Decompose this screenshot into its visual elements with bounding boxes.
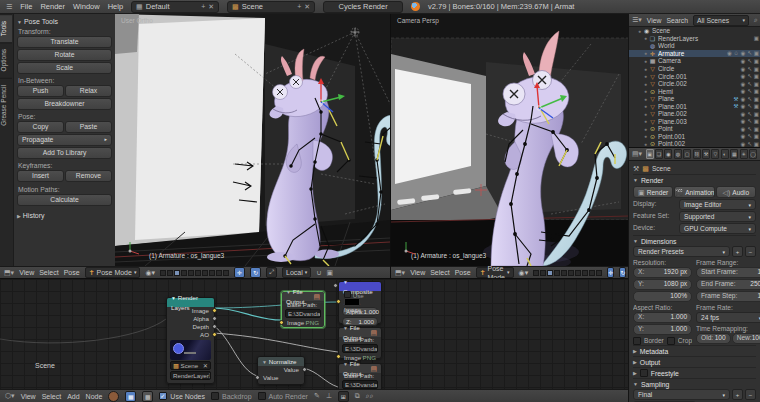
select-arrow-icon[interactable]: ↖ <box>747 81 752 87</box>
snap-magnet-icon[interactable]: ∪ <box>316 269 321 277</box>
select-arrow-icon[interactable]: ↖ <box>747 96 752 102</box>
editor-type-icon[interactable]: ⬒▾ <box>4 269 14 277</box>
push-button[interactable]: Push <box>17 85 64 97</box>
freestyle-checkbox[interactable] <box>640 369 648 377</box>
render-restrict-icon[interactable]: ▣ <box>754 111 759 117</box>
tab-material-icon[interactable]: ◐ <box>721 149 729 159</box>
use-nodes-toggle[interactable]: Use Nodes <box>159 392 205 400</box>
auto-render-checkbox[interactable] <box>258 392 266 400</box>
eye-icon[interactable]: ◉ <box>740 88 745 94</box>
rotate-button[interactable]: Rotate <box>17 49 112 61</box>
render-restrict-icon[interactable]: ▣ <box>754 88 759 94</box>
editor-type-icon[interactable]: ▤▾ <box>632 150 642 158</box>
scene-selector[interactable]: ▩ Scene + ✕ <box>227 1 315 13</box>
pin-icon[interactable]: ⊥ <box>326 392 332 400</box>
output-panel-header[interactable]: ▶Output <box>633 356 756 367</box>
base-path-field[interactable]: E:\3Dvandalh...🗀 <box>285 309 321 318</box>
node-select-menu[interactable]: Select <box>42 393 61 400</box>
select-menu[interactable]: Select <box>39 269 58 276</box>
end-frame-field[interactable]: End Frame:250 <box>696 279 760 290</box>
outliner-scope-selector[interactable]: All Scenes▾ <box>693 15 749 26</box>
outliner-row-camera[interactable]: ●▦Camera◉↖▣ <box>629 57 760 65</box>
aspect-x-field[interactable]: X:1.000 <box>633 312 692 323</box>
backdrop-checkbox[interactable] <box>211 392 219 400</box>
aspect-y-field[interactable]: Y:1.000 <box>633 324 692 335</box>
compositing-nodes-icon[interactable]: ▦ <box>125 391 136 402</box>
resolution-y-field[interactable]: Y:1080 px <box>633 279 692 290</box>
select-arrow-icon[interactable]: ↖ <box>747 133 752 139</box>
snap-icon[interactable]: ⊞ <box>338 391 349 402</box>
menu-window[interactable]: Window <box>73 2 100 11</box>
crop-checkbox[interactable] <box>667 337 675 345</box>
sampling-preset-add-button[interactable]: + <box>732 389 743 400</box>
image-swatch[interactable] <box>344 298 360 306</box>
shading-sphere-icon[interactable]: ◉▾ <box>145 269 155 277</box>
blender-menu-icon[interactable]: ☰ <box>6 3 12 11</box>
render-restrict-icon[interactable]: ▣ <box>754 58 759 64</box>
shading-sphere-icon[interactable]: ◉▾ <box>519 269 529 277</box>
display-dropdown[interactable]: Image Editor▾ <box>679 199 756 210</box>
layers-widget[interactable] <box>533 270 602 276</box>
tab-render-layers-icon[interactable]: ❏ <box>655 149 663 159</box>
resolution-percentage-field[interactable]: 100% <box>633 291 692 302</box>
image-input-socket[interactable] <box>336 299 341 304</box>
node-add-menu[interactable]: Add <box>67 393 79 400</box>
menu-render[interactable]: Render <box>40 2 65 11</box>
outliner-row-scene[interactable]: ●◉Scene <box>629 27 760 35</box>
texture-nodes-icon[interactable]: ▩ <box>142 391 153 402</box>
outliner-row-plane001[interactable]: ●▽Plane.001⚒◉↖▣ <box>629 102 760 110</box>
orientation-selector[interactable]: Local▾ <box>282 267 311 278</box>
manipulator-rotate-icon[interactable]: ↻ <box>250 267 261 278</box>
mode-selector[interactable]: ✝ Pose Mode▾ <box>476 267 514 278</box>
freestyle-panel-header[interactable]: ▶Freestyle <box>633 367 756 378</box>
node-canvas[interactable]: ▼ Render Layers Image Alpha Depth AO ▩ S… <box>0 279 628 390</box>
filter-search-icon[interactable]: ⌕ <box>754 16 758 24</box>
zoom-icons[interactable]: ⌕⌕ <box>366 392 374 400</box>
outliner-row-hemi[interactable]: ●⊙Hemi◉↖▣ <box>629 87 760 95</box>
outliner-row-circle001[interactable]: ●▽Circle.001◉↖▣ <box>629 72 760 80</box>
z-input-socket[interactable] <box>333 283 338 288</box>
close-layout-icon[interactable]: ✕ <box>208 2 214 12</box>
start-frame-field[interactable]: Start Frame:1 <box>696 267 760 278</box>
pose-menu[interactable]: Pose <box>455 269 471 276</box>
screen-layout-selector[interactable]: ▦ Default + ✕ <box>131 1 219 13</box>
relax-button[interactable]: Relax <box>65 85 112 97</box>
pose-tools-title[interactable]: ▼ Pose Tools <box>17 18 112 25</box>
file-output-node-2[interactable]: ▼ File Output▤ Base Path: E:\3Dvandal\..… <box>338 327 382 359</box>
add-to-library-button[interactable]: Add To Library <box>17 147 112 159</box>
render-restrict-icon[interactable]: ▣ <box>754 133 759 139</box>
close-scene-icon[interactable]: ✕ <box>304 2 310 12</box>
render-button[interactable]: ▣Render <box>633 186 673 198</box>
eye-icon[interactable]: ◉ <box>740 118 745 124</box>
manipulator-scale-icon[interactable]: ⤢ <box>266 267 277 278</box>
manipulator-rotate-icon[interactable]: ↻ <box>619 267 626 278</box>
view-menu[interactable]: View <box>19 269 34 276</box>
outliner-row-plane003[interactable]: ●▽Plane.003◉↖▣ <box>629 118 760 126</box>
sampling-panel-header[interactable]: ▼Sampling <box>633 378 756 389</box>
ao-output-socket[interactable] <box>212 332 217 337</box>
shader-nodes-icon[interactable] <box>108 391 119 402</box>
render-restrict-icon[interactable]: ▣ <box>754 66 759 72</box>
sampling-preset-dropdown[interactable]: Final▾ <box>633 389 730 400</box>
tab-physics-icon[interactable]: ◯ <box>749 149 757 159</box>
use-alpha-checkbox[interactable] <box>344 291 351 298</box>
select-arrow-icon[interactable]: ↖ <box>747 88 752 94</box>
editor-type-icon[interactable]: ⬡▾ <box>5 392 15 400</box>
file-output-node-3[interactable]: ▼ File Output▤ Base Path: E:\3Dvandal\..… <box>338 363 382 390</box>
eye-icon[interactable]: ◉ <box>740 50 745 56</box>
outliner-row-point[interactable]: ●⊙Point◉↖▣ <box>629 125 760 133</box>
image-input-socket[interactable] <box>279 320 284 325</box>
select-arrow-icon[interactable]: ↖ <box>747 58 752 64</box>
eye-icon[interactable]: ◉ <box>740 81 745 87</box>
eyedropper-icon[interactable]: ✎ <box>314 392 320 400</box>
select-menu[interactable]: Select <box>430 269 449 276</box>
add-scene-icon[interactable]: + <box>297 2 301 12</box>
tab-data-icon[interactable]: ▽ <box>711 149 719 159</box>
render-restrict-icon[interactable]: ▣ <box>754 118 759 124</box>
shelf-tab-tools[interactable]: Tools <box>0 14 12 42</box>
outliner-row-renderlayers[interactable]: ●❏RenderLayers▣ <box>629 35 760 43</box>
base-path-field[interactable]: E:\3Dvandal\...🗀 <box>342 380 378 389</box>
eye-icon[interactable]: ◉ <box>740 58 745 64</box>
alpha-output-socket[interactable] <box>212 316 217 321</box>
frame-step-field[interactable]: Frame Step:1 <box>696 291 760 302</box>
